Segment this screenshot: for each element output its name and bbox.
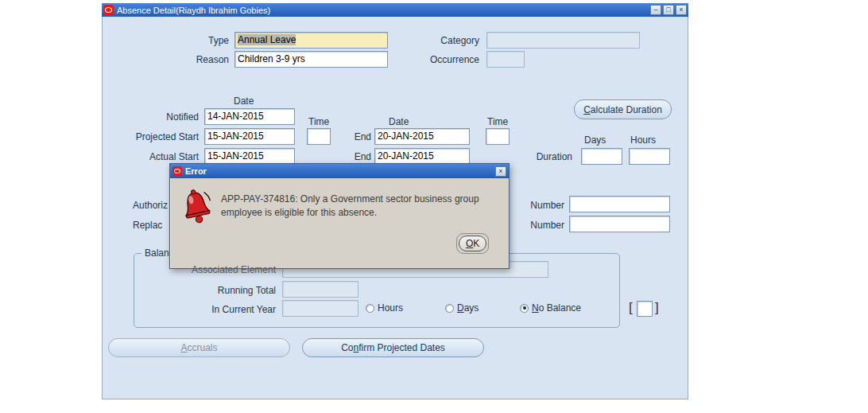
error-message-line1: APP-PAY-374816: Only a Government sector… bbox=[221, 193, 501, 206]
projected-start-time-field[interactable] bbox=[307, 128, 331, 145]
reason-label: Reason bbox=[165, 54, 229, 65]
days-header: Days bbox=[584, 134, 606, 146]
category-field[interactable] bbox=[486, 32, 640, 49]
actual-end-date-field[interactable]: 20-JAN-2015 bbox=[374, 148, 470, 165]
hours-header: Hours bbox=[630, 134, 656, 146]
radio-no-balance-circle-icon bbox=[520, 304, 529, 313]
error-message: APP-PAY-374816: Only a Government sector… bbox=[221, 193, 501, 220]
running-total-label: Running Total bbox=[180, 285, 276, 296]
running-total-field[interactable] bbox=[282, 281, 358, 298]
replacement-number-label: Number bbox=[526, 220, 564, 231]
minimize-icon[interactable]: – bbox=[650, 5, 661, 15]
type-label: Type bbox=[165, 35, 229, 46]
radio-no-balance[interactable]: No Balance bbox=[520, 302, 581, 314]
date-header-end: Date bbox=[389, 116, 409, 127]
radio-hours[interactable]: Hours bbox=[366, 302, 403, 314]
projected-end-label: End bbox=[347, 131, 371, 142]
radio-hours-circle-icon bbox=[366, 304, 374, 313]
occurrence-label: Occurrence bbox=[416, 54, 479, 65]
reason-field[interactable]: Children 3-9 yrs bbox=[234, 51, 388, 68]
bracket-open: [ bbox=[629, 300, 633, 316]
category-label: Category bbox=[416, 35, 479, 46]
notified-date-field[interactable]: 14-JAN-2015 bbox=[204, 108, 295, 125]
oracle-logo-icon bbox=[103, 5, 114, 15]
type-field[interactable]: Annual Leave bbox=[234, 32, 388, 49]
actual-end-label: End bbox=[347, 151, 371, 162]
duration-label: Duration bbox=[525, 151, 572, 162]
projected-start-date-field[interactable]: 15-JAN-2015 bbox=[204, 128, 295, 145]
date-header-notified: Date bbox=[234, 95, 254, 107]
duration-hours-field[interactable] bbox=[629, 148, 670, 165]
window-controls: – □ × bbox=[650, 5, 687, 15]
calculate-duration-button[interactable]: Calculate Duration bbox=[574, 99, 672, 119]
actual-start-label: Actual Start bbox=[103, 151, 199, 162]
authorized-number-label: Number bbox=[526, 200, 564, 211]
in-current-year-field[interactable] bbox=[282, 300, 358, 317]
replacement-label: Replac bbox=[133, 220, 162, 231]
close-icon[interactable]: × bbox=[676, 5, 687, 15]
ok-button-focus-ring: OK bbox=[456, 233, 489, 254]
occurrence-field[interactable] bbox=[486, 51, 525, 68]
authorized-label: Authoriz bbox=[133, 200, 168, 211]
error-dialog: Error × APP-PAY-374816: Only a Governmen… bbox=[169, 163, 510, 269]
time-header-end: Time bbox=[487, 116, 508, 127]
ok-button[interactable]: OK bbox=[459, 236, 486, 251]
balance-flag-field[interactable] bbox=[637, 301, 653, 317]
projected-start-label: Projected Start bbox=[103, 131, 199, 142]
time-header-start: Time bbox=[308, 116, 329, 127]
accruals-button[interactable]: Accruals bbox=[108, 338, 290, 357]
authorized-number-field[interactable] bbox=[569, 196, 670, 212]
radio-days[interactable]: Days bbox=[445, 302, 479, 314]
error-dialog-titlebar[interactable]: Error × bbox=[170, 164, 509, 178]
oracle-ring-icon bbox=[105, 7, 112, 13]
error-dialog-close-icon[interactable]: × bbox=[495, 166, 506, 177]
radio-days-circle-icon bbox=[445, 304, 454, 313]
oracle-ring-icon bbox=[174, 169, 180, 173]
duration-days-field[interactable] bbox=[581, 148, 622, 165]
maximize-icon[interactable]: □ bbox=[663, 5, 674, 15]
in-current-year-label: In Current Year bbox=[180, 304, 276, 315]
replacement-number-field[interactable] bbox=[569, 216, 670, 232]
alarm-bell-icon bbox=[180, 186, 213, 226]
screen: Absence Detail(Riaydh Ibrahim Gobies) – … bbox=[0, 0, 868, 413]
type-value-selected: Annual Leave bbox=[238, 34, 296, 45]
confirm-projected-dates-button[interactable]: Confirm Projected Dates bbox=[302, 338, 484, 357]
bracket-close: ] bbox=[655, 300, 659, 316]
error-dialog-title: Error bbox=[185, 166, 492, 176]
error-message-line2: employee is eligible for this absence. bbox=[221, 206, 501, 220]
actual-start-date-field[interactable]: 15-JAN-2015 bbox=[204, 148, 295, 165]
oracle-logo-icon bbox=[172, 166, 182, 176]
radio-no-balance-label: No Balance bbox=[532, 302, 581, 314]
radio-hours-label: Hours bbox=[378, 302, 403, 314]
associated-element-label: Associated Element bbox=[180, 264, 276, 275]
window-title: Absence Detail(Riaydh Ibrahim Gobies) bbox=[117, 6, 647, 15]
window-titlebar[interactable]: Absence Detail(Riaydh Ibrahim Gobies) – … bbox=[102, 3, 688, 17]
projected-end-date-field[interactable]: 20-JAN-2015 bbox=[374, 128, 470, 145]
notified-label: Notified bbox=[119, 111, 199, 123]
projected-end-time-field[interactable] bbox=[486, 128, 510, 145]
radio-days-label: Days bbox=[457, 302, 479, 314]
